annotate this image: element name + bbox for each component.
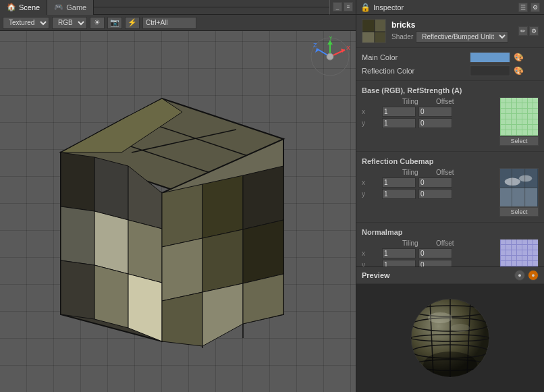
inspector-title: Inspector	[373, 3, 516, 11]
material-edit-btn[interactable]: ✏	[518, 26, 528, 36]
base-texture-select-btn[interactable]: Select	[499, 136, 539, 146]
base-texture-section: Base (RGB), RefStrength (A) Tiling Offse…	[356, 81, 544, 152]
svg-marker-39	[162, 184, 202, 247]
sun-btn[interactable]: ☀	[90, 17, 105, 29]
search-input[interactable]	[142, 17, 196, 29]
panel-minimize-btn[interactable]: _	[333, 2, 342, 11]
inspector-lock-btn[interactable]: ⚙	[531, 3, 540, 12]
normalmap-x-row: x	[362, 248, 494, 259]
tab-scene[interactable]: 🏠 Scene	[0, 0, 47, 15]
main-color-swatch[interactable]	[470, 52, 510, 63]
tab-game[interactable]: 🎮 Game	[47, 0, 94, 15]
base-texture-thumbnail[interactable]	[499, 97, 539, 136]
lock-icon: 🔒	[360, 3, 371, 12]
cubemap-x-tiling-input[interactable]	[382, 177, 416, 188]
main-color-section: Main Color 🎨 Reflection Color 🎨	[356, 48, 544, 81]
main-color-eyedropper[interactable]: 🎨	[513, 52, 524, 63]
svg-rect-61	[362, 20, 375, 32]
svg-marker-43	[202, 229, 243, 292]
reflection-color-eyedropper[interactable]: 🎨	[513, 65, 524, 76]
base-y-row: y	[362, 117, 494, 129]
material-name: bricks	[391, 20, 513, 30]
normalmap-y-label: y	[362, 261, 382, 267]
preview-title: Preview	[362, 271, 514, 279]
axis-widget: Z X Y	[310, 36, 350, 77]
cubemap-x-label: x	[362, 179, 382, 186]
base-texture-content: Tiling Offset x y	[356, 97, 544, 148]
main-color-label: Main Color	[362, 53, 470, 61]
base-x-tiling-input[interactable]	[382, 107, 416, 117]
svg-marker-44	[243, 220, 283, 283]
material-settings-btn[interactable]: ⚙	[529, 26, 539, 36]
shader-select[interactable]: Reflective/Bumped Unlit	[416, 31, 508, 43]
normalmap-y-tiling-input[interactable]	[382, 260, 416, 267]
reflection-cubemap-controls: Tiling Offset x y	[362, 168, 494, 217]
normalmap-texture-thumbnail[interactable]	[499, 239, 539, 267]
main-color-value: 🎨	[470, 52, 539, 63]
material-info: bricks Shader Reflective/Bumped Unlit	[391, 20, 513, 43]
normalmap-controls: Tiling Offset x y	[362, 239, 494, 267]
normalmap-texture-thumb-area: Select	[499, 239, 539, 267]
reflection-cubemap-header: Reflection Cubemap	[356, 155, 544, 168]
svg-marker-36	[61, 260, 94, 319]
preview-icons: ● ●	[514, 270, 539, 281]
normalmap-x-offset-input[interactable]	[418, 248, 452, 258]
svg-point-70	[519, 175, 532, 182]
panel-menu-btn[interactable]: ≡	[344, 2, 353, 11]
svg-marker-41	[243, 166, 283, 229]
preview-settings-btn[interactable]: ●	[528, 270, 539, 281]
reflection-color-swatch[interactable]	[470, 65, 510, 76]
preview-viewport	[356, 284, 544, 392]
preview-sphere-svg	[403, 291, 497, 385]
cubemap-y-offset-input[interactable]	[418, 189, 452, 199]
color-mode-select[interactable]: RGB	[52, 17, 87, 29]
reflection-cubemap-content: Tiling Offset x y	[356, 168, 544, 219]
base-y-tiling-input[interactable]	[382, 118, 416, 128]
svg-rect-62	[375, 20, 386, 32]
inspector-body: bricks Shader Reflective/Bumped Unlit ✏ …	[356, 15, 544, 267]
main-container: 🏠 Scene 🎮 Game _ ≡ Textured RGB ☀ 📷 ⚡	[0, 0, 544, 392]
base-y-offset-input[interactable]	[418, 118, 452, 128]
preview-toggle-btn[interactable]: ●	[514, 270, 525, 281]
reflection-color-label: Reflection Color	[362, 67, 470, 75]
cubemap-texture-thumbnail[interactable]	[499, 168, 539, 207]
fx-btn[interactable]: ⚡	[125, 17, 140, 29]
tab-bar-space	[94, 7, 329, 7]
cubemap-select-btn[interactable]: Select	[499, 207, 539, 217]
svg-marker-34	[94, 211, 128, 274]
base-x-label: x	[362, 108, 382, 115]
preview-header: Preview ● ●	[356, 267, 544, 284]
shader-label: Shader	[391, 33, 413, 40]
render-mode-select[interactable]: Textured	[3, 17, 49, 29]
cubemap-x-offset-input[interactable]	[418, 177, 452, 188]
inspector-menu-btn[interactable]: ☰	[518, 3, 528, 12]
normalmap-x-tiling-input[interactable]	[382, 248, 416, 258]
base-x-offset-input[interactable]	[418, 107, 452, 117]
cubemap-y-tiling-input[interactable]	[382, 189, 416, 199]
svg-rect-63	[362, 32, 375, 43]
normalmap-section: Normalmap Tiling Offset x	[356, 223, 544, 267]
normalmap-offset-label: Offset	[436, 240, 470, 247]
svg-marker-31	[94, 157, 128, 220]
inspector-header: 🔒 Inspector ☰ ⚙	[356, 0, 544, 15]
svg-rect-68	[499, 188, 537, 206]
base-texture-header: Base (RGB), RefStrength (A)	[356, 84, 544, 97]
base-texture-thumb-area: Select	[499, 97, 539, 146]
main-color-row: Main Color 🎨	[356, 51, 544, 64]
normalmap-header: Normalmap	[356, 225, 544, 239]
svg-point-69	[505, 178, 520, 186]
svg-rect-64	[375, 32, 386, 43]
svg-marker-45	[162, 292, 202, 346]
tab-bar: 🏠 Scene 🎮 Game _ ≡	[0, 0, 356, 15]
svg-text:X: X	[346, 45, 350, 51]
tiling-col-label: Tiling	[402, 98, 436, 105]
scene-viewport[interactable]: Z X Y	[0, 31, 356, 392]
camera-btn[interactable]: 📷	[107, 17, 122, 29]
normalmap-y-offset-input[interactable]	[418, 260, 452, 267]
left-panel: 🏠 Scene 🎮 Game _ ≡ Textured RGB ☀ 📷 ⚡	[0, 0, 356, 392]
axis-svg: Z X Y	[310, 36, 350, 77]
cubemap-texture-thumb-area: Select	[499, 168, 539, 217]
normalmap-tiling-header: Tiling Offset	[362, 239, 494, 248]
svg-marker-37	[94, 265, 128, 328]
cube-container	[20, 58, 310, 368]
